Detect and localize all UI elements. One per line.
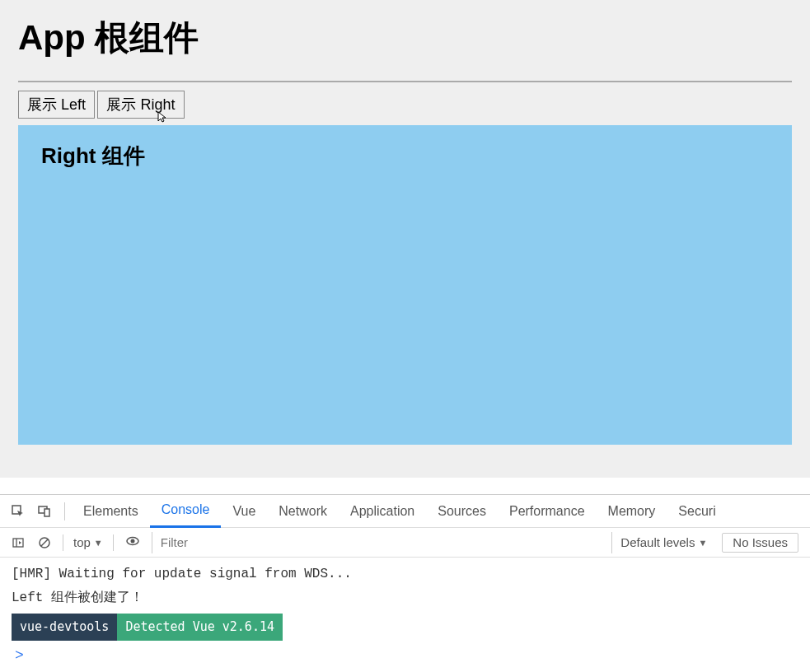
separator [113,534,114,551]
svg-rect-2 [44,509,49,516]
levels-label: Default levels [620,535,695,549]
tab-network[interactable]: Network [267,495,339,528]
device-toggle-icon[interactable] [35,502,54,521]
right-component-panel: Right 组件 [18,125,792,445]
component-title: Right 组件 [41,142,769,170]
tab-application[interactable]: Application [339,495,426,528]
context-label: top [73,535,91,549]
divider [18,81,792,82]
app-title: App 根组件 [0,0,810,81]
log-levels-selector[interactable]: Default levels ▼ [611,532,715,553]
tab-console[interactable]: Console [150,495,222,528]
tab-performance[interactable]: Performance [498,495,597,528]
tab-security[interactable]: Securi [667,495,727,528]
devtools-tabs: Elements Console Vue Network Application… [0,495,810,528]
console-toolbar: top ▼ Default levels ▼ No Issues [0,528,810,558]
button-row: 展示 Left 展示 Right [0,91,810,125]
chevron-down-icon: ▼ [698,538,707,548]
inspect-icon[interactable] [8,502,28,521]
separator [64,502,65,520]
sidebar-toggle-icon[interactable] [8,533,28,553]
console-line: vue-devtoolsDetected Vue v2.6.14 [12,614,798,641]
devtools-panel: Elements Console Vue Network Application… [0,494,810,672]
context-selector[interactable]: top ▼ [68,535,108,549]
chevron-down-icon: ▼ [94,538,103,548]
no-issues-button[interactable]: No Issues [722,533,798,553]
show-left-button[interactable]: 展示 Left [18,91,95,119]
console-line: Left 组件被创建了！ [12,586,798,610]
console-output: [HMR] Waiting for update signal from WDS… [0,558,810,672]
svg-line-6 [41,539,48,546]
clear-console-icon[interactable] [35,533,54,553]
app-viewport: App 根组件 展示 Left 展示 Right Right 组件 [0,0,810,478]
tab-sources[interactable]: Sources [426,495,498,528]
show-right-button[interactable]: 展示 Right [97,91,184,119]
no-issues-label: No Issues [733,535,788,549]
vue-devtools-badge: vue-devtools [12,614,117,641]
tab-elements[interactable]: Elements [72,495,150,528]
live-expression-icon[interactable] [125,534,140,551]
tab-memory[interactable]: Memory [597,495,667,528]
svg-point-8 [130,539,134,544]
console-prompt[interactable]: > [12,641,798,670]
tab-vue[interactable]: Vue [221,495,267,528]
filter-input[interactable] [152,532,612,553]
console-line: [HMR] Waiting for update signal from WDS… [12,562,798,586]
vue-detected-badge: Detected Vue v2.6.14 [117,614,283,641]
svg-rect-3 [13,539,23,547]
separator [63,534,63,551]
